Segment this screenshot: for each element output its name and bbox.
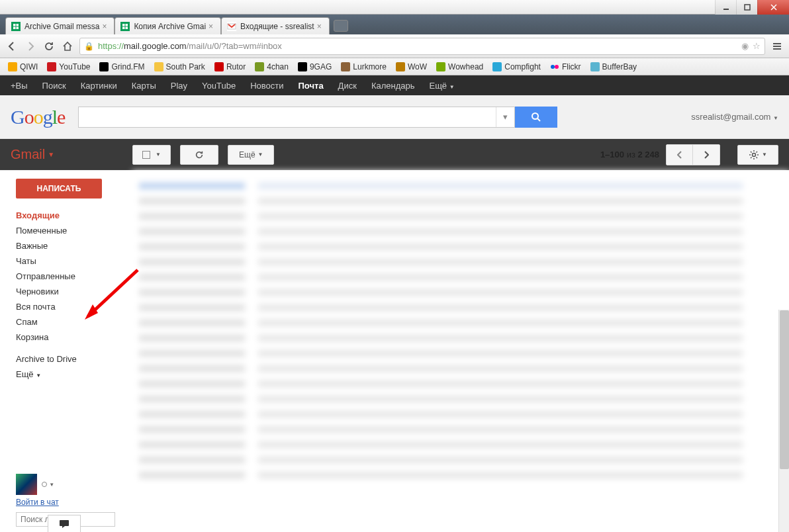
svg-point-13 [555, 65, 559, 69]
google-bar: +Вы Поиск Картинки Карты Play YouTube Но… [0, 75, 789, 95]
avatar[interactable] [16, 474, 37, 495]
gbar-more[interactable]: Ещё ▼ [430, 81, 455, 91]
bookmark-item[interactable]: Lurkmore [337, 61, 391, 73]
url-text: https://mail.google.com/mail/u/0/?tab=wm… [98, 41, 282, 51]
bookmark-item[interactable]: YouTube [43, 61, 94, 73]
bookmark-item[interactable]: Flickr [546, 61, 585, 73]
search-dropdown-icon[interactable]: ▾ [496, 107, 514, 127]
scrollbar[interactable] [778, 310, 789, 532]
account-email[interactable]: ssrealist@gmail.com ▼ [691, 112, 778, 122]
label-archive-to-drive[interactable]: Archive to Drive [16, 353, 132, 365]
browser-tab[interactable]: Входящие - ssrealist × [221, 17, 330, 34]
gbar-item[interactable]: Play [171, 81, 187, 91]
nav-important[interactable]: Важные [16, 240, 132, 252]
bookmark-item[interactable]: South Park [150, 61, 209, 73]
wow-icon [396, 62, 405, 71]
visibility-icon[interactable]: ◉ [741, 41, 749, 51]
bookmark-item[interactable]: 4chan [251, 61, 293, 73]
gbar-item[interactable]: Диск [338, 81, 357, 91]
gmail-toolbar: Gmail ▼ ▼ Ещё ▼ 1–100 из 2 248 ▼ [0, 139, 789, 171]
nav-allmail[interactable]: Вся почта [16, 300, 132, 313]
4chan-icon [255, 62, 264, 71]
browser-tab[interactable]: Archive Gmail messa × [5, 17, 115, 34]
tab-label: Входящие - ssrealist [240, 22, 314, 31]
chat-status[interactable]: ▼ [42, 482, 54, 488]
close-tab-icon[interactable]: × [102, 22, 110, 30]
chat-tab[interactable] [48, 515, 81, 532]
next-page-button[interactable] [693, 145, 719, 165]
search-field[interactable] [79, 107, 496, 127]
forward-button[interactable] [24, 40, 37, 53]
browser-tab[interactable]: Копия Archive Gmai × [115, 17, 221, 34]
chat-icon [59, 519, 70, 529]
lock-icon: 🔒 [84, 42, 94, 51]
compose-button[interactable]: НАПИСАТЬ [16, 179, 102, 199]
bookmark-item[interactable]: 9GAG [294, 61, 336, 73]
southpark-icon [154, 62, 163, 71]
bookmark-item[interactable]: QIWI [4, 61, 42, 73]
gbar-item[interactable]: +Вы [11, 81, 28, 91]
search-input[interactable]: ▾ [78, 107, 515, 128]
gbar-item[interactable]: Картинки [81, 81, 117, 91]
gbar-item[interactable]: YouTube [202, 81, 236, 91]
tab-label: Копия Archive Gmai [134, 22, 206, 31]
nav-chats[interactable]: Чаты [16, 255, 132, 267]
bufferbay-icon [590, 62, 600, 71]
svg-rect-0 [723, 9, 729, 10]
pager: 1–100 из 2 248 ▼ [600, 144, 778, 165]
prev-page-button[interactable] [667, 145, 693, 165]
minimize-button[interactable] [715, 0, 736, 15]
close-tab-icon[interactable]: × [317, 22, 325, 30]
nav-spam[interactable]: Спам [16, 316, 132, 328]
scrollbar-thumb[interactable] [780, 310, 789, 469]
menu-button[interactable] [770, 40, 784, 53]
home-button[interactable] [61, 40, 74, 53]
bookmark-star-icon[interactable]: ☆ [753, 41, 761, 51]
chat-login-link[interactable]: Войти в чат [16, 498, 132, 507]
youtube-icon [47, 62, 56, 71]
google-logo[interactable]: Google [11, 106, 65, 128]
bookmark-item[interactable]: BufferBay [586, 61, 641, 73]
bookmark-item[interactable]: Wowhead [432, 61, 487, 73]
svg-line-15 [537, 118, 540, 121]
message-list[interactable] [132, 171, 789, 532]
maximize-button[interactable] [736, 0, 757, 15]
window-controls [715, 0, 789, 15]
browser-tabstrip: Archive Gmail messa × Копия Archive Gmai… [0, 15, 789, 34]
gbar-item[interactable]: Карты [132, 81, 156, 91]
gmail-icon [227, 22, 236, 31]
rutor-icon [214, 62, 224, 71]
nav-sent[interactable]: Отправленные [16, 270, 132, 283]
search-button[interactable] [515, 107, 557, 128]
settings-button[interactable]: ▼ [737, 145, 778, 165]
nav-more[interactable]: Ещё ▼ [16, 368, 132, 380]
nav-drafts[interactable]: Черновики [16, 285, 132, 298]
tab-label: Archive Gmail messa [24, 22, 99, 31]
back-button[interactable] [5, 40, 19, 53]
reload-button[interactable] [42, 40, 56, 53]
bookmark-item[interactable]: Grind.FM [95, 61, 148, 73]
bookmark-item[interactable]: Compfight [488, 61, 545, 73]
gbar-item[interactable]: Новости [250, 81, 283, 91]
browser-toolbar: 🔒 https://mail.google.com/mail/u/0/?tab=… [0, 34, 789, 58]
new-tab-button[interactable] [334, 20, 348, 32]
refresh-button[interactable] [180, 145, 218, 165]
pager-text: 1–100 из 2 248 [600, 150, 659, 159]
close-tab-icon[interactable]: × [209, 22, 216, 30]
gbar-item[interactable]: Календарь [371, 81, 415, 91]
select-all-button[interactable]: ▼ [132, 145, 171, 165]
more-actions-button[interactable]: Ещё ▼ [228, 145, 274, 165]
9gag-icon [298, 62, 307, 71]
gmail-product-label[interactable]: Gmail ▼ [11, 147, 123, 162]
gbar-item[interactable]: Почта [299, 81, 324, 91]
bookmark-item[interactable]: Rutor [210, 61, 250, 73]
nav-starred[interactable]: Помеченные [16, 224, 132, 237]
close-window-button[interactable] [757, 0, 789, 15]
address-bar[interactable]: 🔒 https://mail.google.com/mail/u/0/?tab=… [79, 38, 765, 55]
qiwi-icon [8, 62, 17, 71]
compfight-icon [492, 62, 502, 71]
bookmark-item[interactable]: WoW [392, 61, 431, 73]
gbar-item[interactable]: Поиск [42, 81, 66, 91]
nav-inbox[interactable]: Входящие [16, 209, 132, 222]
nav-trash[interactable]: Корзина [16, 331, 132, 343]
